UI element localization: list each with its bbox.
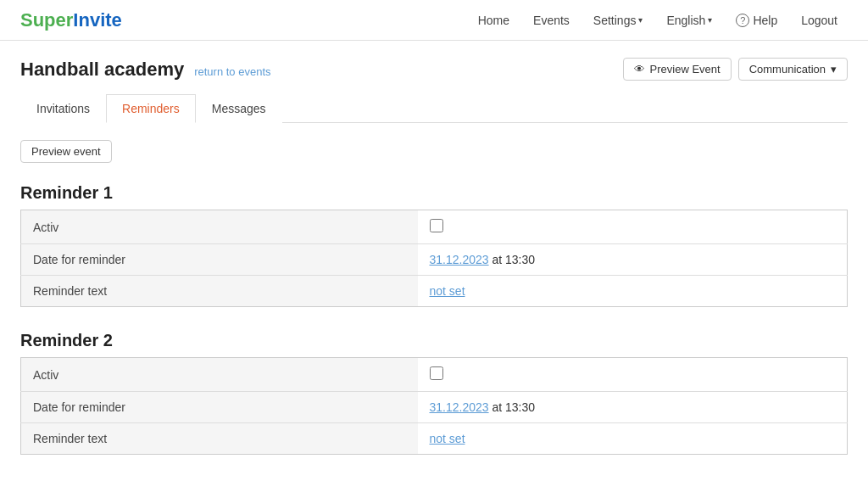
reminder-2-section: Reminder 2 Activ Date for reminder 31.12… [20, 331, 848, 455]
page-header: Handball academy return to events 👁 Prev… [20, 58, 848, 81]
reminder-2-date-label: Date for reminder [21, 392, 418, 423]
tab-invitations[interactable]: Invitations [20, 94, 106, 123]
reminder-2-text-cell: not set [418, 423, 848, 455]
nav-links: Home Events Settings ▾ English ▾ ? Help … [468, 8, 848, 32]
reminder-1-date-cell: 31.12.2023 at 13:30 [418, 244, 848, 276]
table-row: Activ [21, 358, 848, 392]
nav-logout[interactable]: Logout [791, 8, 848, 32]
nav-language-dropdown[interactable]: English ▾ [656, 8, 722, 32]
language-caret-icon: ▾ [708, 15, 712, 25]
reminder-1-date-link[interactable]: 31.12.2023 [430, 253, 489, 266]
nav-help[interactable]: ? Help [726, 8, 787, 32]
eye-icon: 👁 [634, 63, 645, 76]
tab-messages[interactable]: Messages [196, 94, 282, 123]
reminder-1-text-link[interactable]: not set [430, 284, 465, 298]
preview-event-label: Preview Event [650, 63, 721, 76]
communication-caret-icon: ▾ [831, 63, 837, 76]
reminder-1-text-cell: not set [418, 276, 848, 307]
reminder-1-date-label: Date for reminder [21, 244, 418, 276]
reminder-2-date-cell: 31.12.2023 at 13:30 [418, 392, 848, 423]
table-row: Date for reminder 31.12.2023 at 13:30 [21, 244, 848, 276]
nav-help-label: Help [753, 14, 777, 27]
preview-event-button[interactable]: 👁 Preview Event [623, 58, 732, 81]
reminder-1-active-label: Activ [21, 210, 418, 244]
help-circle-icon: ? [736, 14, 749, 27]
brand-invite: Invite [73, 9, 121, 31]
page-actions: 👁 Preview Event Communication ▾ [623, 58, 848, 81]
reminder-1-active-cell [418, 210, 848, 244]
brand-super: Super [20, 9, 73, 31]
reminder-2-active-cell [418, 358, 848, 392]
return-to-events-link[interactable]: return to events [194, 65, 270, 78]
reminder-2-date-time: at 13:30 [489, 400, 536, 414]
nav-home[interactable]: Home [468, 8, 520, 32]
tab-reminders[interactable]: Reminders [106, 94, 196, 123]
table-row: Activ [21, 210, 848, 244]
reminder-2-text-label: Reminder text [21, 423, 418, 455]
table-row: Reminder text not set [21, 276, 848, 307]
reminder-2-table: Activ Date for reminder 31.12.2023 at 13… [20, 357, 848, 455]
navbar: SuperInvite Home Events Settings ▾ Engli… [0, 0, 868, 41]
reminder-2-active-label: Activ [21, 358, 418, 392]
preview-event-section-button[interactable]: Preview event [20, 140, 112, 163]
reminder-2-active-checkbox[interactable] [430, 366, 443, 380]
section-actions: Preview event [20, 140, 848, 163]
nav-language-label: English [666, 14, 705, 27]
tabs-bar: Invitations Reminders Messages [20, 94, 848, 123]
reminder-1-text-label: Reminder text [21, 276, 418, 307]
reminder-1-active-checkbox[interactable] [430, 219, 443, 232]
reminder-2-title: Reminder 2 [20, 331, 848, 350]
nav-settings-dropdown[interactable]: Settings ▾ [583, 8, 654, 32]
brand-logo[interactable]: SuperInvite [20, 9, 122, 31]
page-title: Handball academy [20, 59, 184, 81]
reminder-1-table: Activ Date for reminder 31.12.2023 at 13… [20, 210, 848, 307]
reminder-1-date-time: at 13:30 [489, 253, 536, 266]
table-row: Date for reminder 31.12.2023 at 13:30 [21, 392, 848, 423]
reminder-1-title: Reminder 1 [20, 183, 848, 203]
page-title-group: Handball academy return to events [20, 59, 271, 81]
communication-label: Communication [749, 63, 826, 76]
reminder-2-date-link[interactable]: 31.12.2023 [430, 400, 489, 414]
nav-settings-label: Settings [593, 14, 637, 27]
reminder-2-text-link[interactable]: not set [430, 432, 465, 445]
communication-dropdown-button[interactable]: Communication ▾ [738, 58, 848, 81]
nav-events[interactable]: Events [523, 8, 580, 32]
main-content: Handball academy return to events 👁 Prev… [0, 41, 868, 481]
reminder-1-section: Reminder 1 Activ Date for reminder 31.12… [20, 183, 848, 307]
settings-caret-icon: ▾ [638, 15, 643, 25]
table-row: Reminder text not set [21, 423, 848, 455]
